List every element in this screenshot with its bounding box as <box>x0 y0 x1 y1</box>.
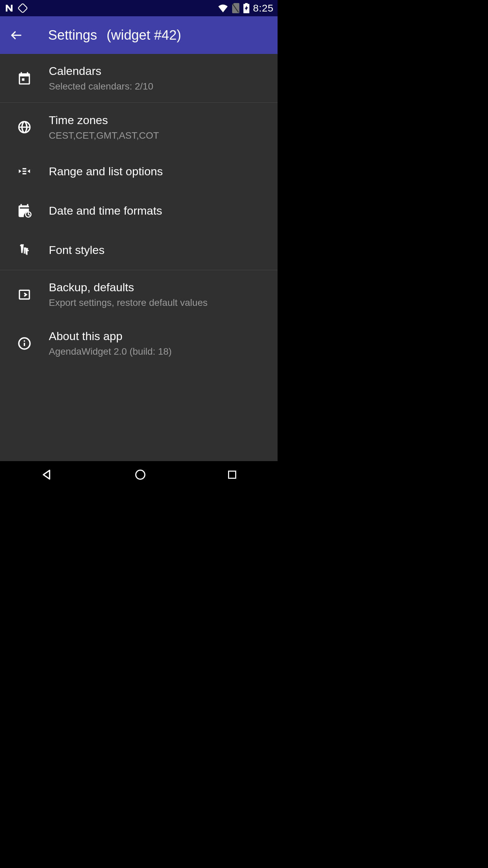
setting-font-styles[interactable]: Font styles <box>0 230 278 270</box>
svg-rect-0 <box>18 3 27 13</box>
setting-title: About this app <box>49 329 272 343</box>
title-widget-id: (widget #42) <box>107 27 181 43</box>
battery-charging-icon <box>243 3 250 13</box>
circle-home-icon <box>134 468 147 481</box>
no-sim-icon <box>231 3 240 13</box>
setting-range-list[interactable]: Range and list options <box>0 152 278 191</box>
info-icon <box>0 336 49 351</box>
triangle-back-icon <box>40 467 55 482</box>
svg-rect-8 <box>228 471 236 478</box>
setting-subtitle: Selected calendars: 2/10 <box>49 80 272 93</box>
settings-list: Calendars Selected calendars: 2/10 Time … <box>0 54 278 461</box>
setting-subtitle: Export settings, restore default values <box>49 297 272 309</box>
status-bar: 8:25 <box>0 0 278 16</box>
svg-point-6 <box>24 340 25 341</box>
setting-title: Date and time formats <box>49 203 272 218</box>
android-nav-bar <box>0 461 278 488</box>
calendar-icon <box>0 71 49 86</box>
export-icon <box>0 287 49 302</box>
square-recent-icon <box>226 469 238 481</box>
arrow-left-icon <box>9 28 23 42</box>
wifi-icon <box>218 4 228 13</box>
setting-title: Calendars <box>49 63 272 78</box>
setting-date-time-formats[interactable]: Date and time formats <box>0 191 278 230</box>
font-icon <box>0 242 49 257</box>
globe-icon <box>0 120 49 135</box>
app-bar: Settings (widget #42) <box>0 16 278 54</box>
calendar-clock-icon <box>0 203 49 218</box>
setting-title: Time zones <box>49 113 272 127</box>
setting-calendars[interactable]: Calendars Selected calendars: 2/10 <box>0 54 278 103</box>
nav-back-button[interactable] <box>40 467 55 482</box>
nav-home-button[interactable] <box>134 468 147 481</box>
setting-backup-defaults[interactable]: Backup, defaults Export settings, restor… <box>0 270 278 319</box>
autorotate-icon <box>18 3 28 13</box>
setting-title: Range and list options <box>49 164 272 179</box>
range-icon <box>0 164 49 179</box>
setting-time-zones[interactable]: Time zones CEST,CET,GMT,AST,COT <box>0 103 278 152</box>
page-title: Settings (widget #42) <box>48 27 181 43</box>
setting-subtitle: CEST,CET,GMT,AST,COT <box>49 130 272 142</box>
setting-subtitle: AgendaWidget 2.0 (build: 18) <box>49 346 272 358</box>
nav-recent-button[interactable] <box>226 469 238 481</box>
status-clock: 8:25 <box>253 2 273 14</box>
setting-title: Backup, defaults <box>49 280 272 295</box>
back-button[interactable] <box>9 26 28 45</box>
setting-about-app[interactable]: About this app AgendaWidget 2.0 (build: … <box>0 319 278 368</box>
setting-title: Font styles <box>49 242 272 257</box>
n-logo-icon <box>4 3 14 13</box>
svg-point-7 <box>136 470 145 479</box>
title-main: Settings <box>48 27 97 43</box>
